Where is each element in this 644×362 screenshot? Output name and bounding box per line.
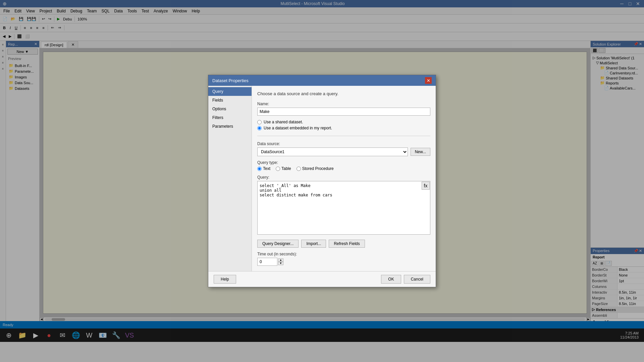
modal-tab-filters[interactable]: Filters [208, 113, 252, 122]
timeout-spinner: ▲ ▼ [278, 258, 283, 265]
refresh-fields-button[interactable]: Refresh Fields [329, 240, 365, 248]
timeout-label: Time out (in seconds): [257, 252, 430, 256]
modal-close-button[interactable]: ✕ [425, 77, 432, 84]
radio-text-label: Text [263, 166, 270, 171]
radio-shared-input[interactable] [257, 120, 262, 124]
spinner-up-btn[interactable]: ▲ [278, 258, 283, 262]
ok-button[interactable]: OK [381, 275, 401, 284]
radio-storedproc-label: Stored Procedure [302, 166, 334, 171]
modal-tab-query[interactable]: Query [208, 87, 252, 96]
modal-body: Query Fields Options Filters Parameters … [208, 86, 436, 271]
query-type-group: Query type: Text Table Stored Procedu [257, 160, 430, 171]
radio-table-label: Table [281, 166, 291, 171]
modal-description: Choose a data source and create a query. [257, 91, 430, 96]
radio-table-type[interactable]: Table [276, 166, 291, 171]
query-actions: Query Designer... Import... Refresh Fiel… [257, 240, 430, 248]
query-type-label: Query type: [257, 160, 430, 165]
timeout-row: Time out (in seconds): ▲ ▼ [257, 252, 430, 266]
query-field-group: Query: select '_All' as Make union all s… [257, 175, 430, 236]
modal-titlebar: Dataset Properties ✕ [208, 75, 436, 86]
datasource-label: Data source: [257, 141, 430, 146]
modal-sidebar: Query Fields Options Filters Parameters [208, 86, 252, 271]
import-button[interactable]: Import... [301, 240, 326, 248]
modal-footer-right: OK Cancel [381, 275, 430, 284]
modal-tab-parameters[interactable]: Parameters [208, 122, 252, 131]
dataset-properties-dialog: Dataset Properties ✕ Query Fields Option… [208, 75, 436, 287]
new-datasource-button[interactable]: New... [411, 148, 430, 156]
dataset-type-group: Use a shared dataset. Use a dataset embe… [257, 120, 430, 130]
query-type-row: Text Table Stored Procedure [257, 166, 430, 171]
timeout-input[interactable] [257, 258, 277, 266]
query-textarea[interactable]: select '_All' as Make union all select d… [257, 181, 430, 235]
radio-storedproc-type[interactable]: Stored Procedure [297, 166, 334, 171]
spinner-down-btn[interactable]: ▼ [278, 262, 283, 265]
radio-text-type[interactable]: Text [257, 166, 270, 171]
query-label: Query: [257, 175, 430, 180]
radio-embedded-input[interactable] [257, 126, 262, 130]
modal-query-content: Choose a data source and create a query.… [252, 86, 436, 271]
timeout-input-wrap: ▲ ▼ [257, 258, 430, 266]
name-input[interactable] [257, 108, 430, 116]
query-textarea-wrap: select '_All' as Make union all select d… [257, 181, 430, 236]
modal-footer: Help OK Cancel [208, 271, 436, 287]
cancel-button[interactable]: Cancel [404, 275, 430, 284]
datasource-select[interactable]: DataSource1 [257, 147, 408, 156]
modal-tab-fields[interactable]: Fields [208, 96, 252, 105]
name-label: Name: [257, 102, 430, 106]
query-designer-button[interactable]: Query Designer... [257, 240, 299, 248]
datasource-field-group: Data source: DataSource1 New... [257, 141, 430, 156]
radio-embedded-label: Use a dataset embedded in my report. [264, 126, 332, 130]
radio-text-input[interactable] [257, 167, 262, 171]
radio-table-input[interactable] [276, 167, 280, 171]
radio-embedded-dataset[interactable]: Use a dataset embedded in my report. [257, 126, 430, 130]
datasource-row: DataSource1 New... [257, 147, 430, 156]
modal-tab-options[interactable]: Options [208, 105, 252, 113]
radio-shared-label: Use a shared dataset. [264, 120, 303, 124]
name-field-group: Name: [257, 102, 430, 116]
radio-storedproc-input[interactable] [297, 167, 301, 171]
modal-overlay: Dataset Properties ✕ Query Fields Option… [0, 0, 644, 342]
fx-button[interactable]: fx [422, 182, 430, 190]
modal-title: Dataset Properties [212, 78, 249, 83]
help-button[interactable]: Help [214, 275, 236, 284]
radio-shared-dataset[interactable]: Use a shared dataset. [257, 120, 430, 124]
